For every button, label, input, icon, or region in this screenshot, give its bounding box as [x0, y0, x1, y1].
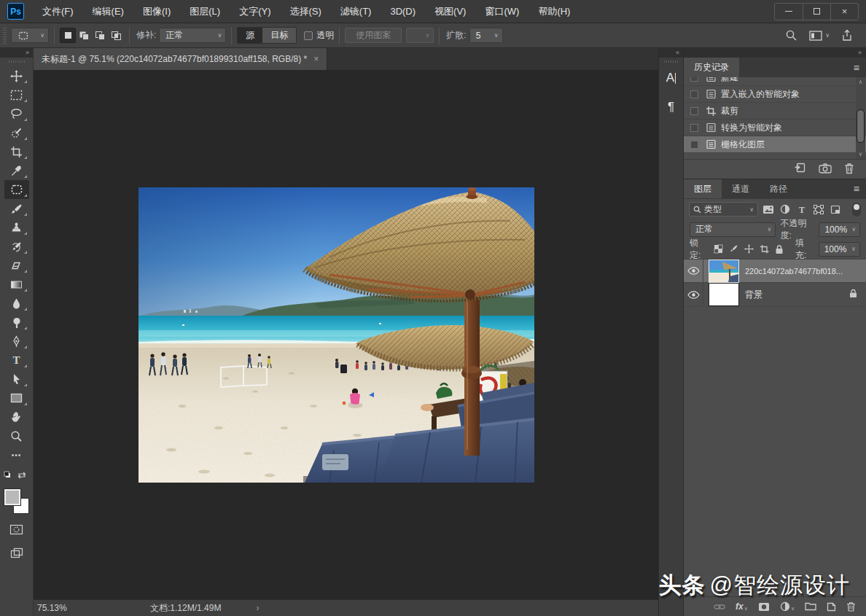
layer-name[interactable]: 背景 [745, 289, 762, 301]
tab-paths[interactable]: 路径 [760, 179, 797, 198]
new-layer-button[interactable] [827, 602, 836, 612]
eraser-tool[interactable] [4, 256, 29, 275]
new-group-folder-button[interactable] [805, 602, 816, 611]
layer-name[interactable]: 220c14072ab74677bf018... [745, 267, 843, 276]
status-expand-icon[interactable]: › [256, 603, 259, 613]
new-snapshot-camera-button[interactable] [819, 163, 832, 176]
filter-pixel-layers-button[interactable] [762, 203, 775, 216]
history-item[interactable]: 裁剪 [684, 103, 866, 120]
hand-tool[interactable] [4, 408, 29, 426]
filter-shape-layers-button[interactable] [812, 203, 825, 216]
tab-layers[interactable]: 图层 [684, 179, 722, 198]
menu-help[interactable]: 帮助(H) [528, 0, 580, 23]
quick-selection-tool[interactable] [4, 123, 29, 142]
add-layer-mask-button[interactable] [758, 602, 770, 612]
toolbar-collapse[interactable]: » [0, 48, 33, 58]
swap-colors-control[interactable] [4, 470, 30, 480]
patch-source-button[interactable]: 源 [238, 28, 262, 43]
history-source-checkbox[interactable] [690, 124, 698, 132]
layer-visibility-toggle[interactable] [684, 283, 703, 306]
delete-state-trash-button[interactable] [844, 163, 854, 176]
share-icon[interactable] [841, 29, 853, 42]
rectangle-shape-tool[interactable] [4, 389, 29, 408]
brush-tool[interactable] [4, 199, 29, 218]
history-item[interactable]: 新建 [684, 77, 866, 86]
maximize-button[interactable] [803, 4, 830, 20]
layer-thumbnail[interactable] [709, 284, 738, 305]
zoom-level-field[interactable]: 75.13% [37, 603, 103, 613]
tool-preset-picker[interactable]: ∨ [11, 28, 49, 43]
search-icon[interactable] [785, 29, 797, 42]
canvas-pasteboard[interactable] [34, 70, 658, 599]
fill-select[interactable]: 100% ∨ [819, 242, 860, 257]
history-item-selected[interactable]: 栅格化图层 [684, 136, 866, 153]
history-item[interactable]: 置入嵌入的智能对象 [684, 86, 866, 103]
tab-history[interactable]: 历史记录 [684, 58, 739, 77]
paragraph-panel-button[interactable]: ¶ [661, 96, 682, 118]
filter-smart-objects-button[interactable] [829, 203, 842, 216]
canvas-document[interactable] [139, 187, 534, 483]
lock-transparent-pixels-button[interactable] [713, 243, 724, 255]
scroll-down-icon[interactable]: ∨ [859, 151, 863, 157]
link-layers-button[interactable] [714, 604, 725, 610]
menu-image[interactable]: 图像(I) [133, 0, 180, 23]
rectangular-marquee-tool[interactable] [4, 85, 29, 104]
foreground-color-swatch[interactable] [4, 489, 20, 505]
move-tool[interactable] [4, 66, 29, 85]
dodge-tool[interactable] [4, 313, 29, 332]
menu-file[interactable]: 文件(F) [33, 0, 83, 23]
intersect-selection-button[interactable] [108, 28, 124, 43]
layers-panel-menu-icon[interactable]: ≡ [847, 179, 866, 198]
subtract-from-selection-button[interactable] [92, 28, 108, 43]
new-adjustment-layer-button[interactable]: ∨ [780, 601, 795, 612]
expand-dock-arrows[interactable]: « [659, 48, 683, 58]
close-button[interactable]: × [830, 4, 858, 20]
gradient-tool[interactable] [4, 275, 29, 294]
layer-row-background[interactable]: 背景 [684, 283, 866, 307]
layer-row-image[interactable]: 220c14072ab74677bf018... [684, 259, 866, 283]
filter-type-layers-button[interactable]: T [795, 203, 808, 216]
history-scrollbar[interactable]: ∧ ∨ [856, 77, 865, 159]
new-selection-mode-button[interactable] [60, 28, 76, 43]
use-pattern-button[interactable]: 使用图案 [345, 28, 402, 43]
blend-mode-select[interactable]: 正常 ∨ [690, 222, 776, 237]
tab-channels[interactable]: 通道 [722, 179, 760, 198]
pen-tool[interactable] [4, 332, 29, 351]
clone-stamp-tool[interactable] [4, 218, 29, 237]
close-tab-icon[interactable]: × [313, 54, 319, 64]
layer-visibility-toggle[interactable] [684, 260, 703, 282]
crop-tool[interactable] [4, 142, 29, 161]
patch-mode-select[interactable]: 正常 ∨ [159, 28, 226, 43]
history-source-checkbox[interactable] [690, 77, 698, 82]
menu-filter[interactable]: 滤镜(T) [331, 0, 381, 23]
patch-target-button[interactable]: 目标 [262, 28, 296, 43]
filter-adjustment-layers-button[interactable] [779, 203, 792, 216]
history-brush-tool[interactable] [4, 237, 29, 256]
menu-view[interactable]: 视图(V) [425, 0, 475, 23]
scroll-up-icon[interactable]: ∧ [859, 79, 863, 85]
zoom-tool[interactable] [4, 426, 29, 445]
lock-artboard-button[interactable] [759, 243, 770, 255]
menu-edit[interactable]: 编辑(E) [83, 0, 133, 23]
diffusion-select[interactable]: 5 ∨ [469, 28, 503, 43]
character-panel-button[interactable]: A [661, 67, 682, 89]
layer-thumbnail[interactable] [709, 260, 738, 282]
screen-mode-button[interactable] [4, 543, 29, 562]
eyedropper-tool[interactable] [4, 161, 29, 180]
menu-layer[interactable]: 图层(L) [180, 0, 230, 23]
minimize-button[interactable] [775, 4, 803, 20]
path-selection-tool[interactable] [4, 370, 29, 389]
collapse-dock-arrows[interactable]: » [684, 48, 866, 58]
layer-filter-kind-select[interactable]: 类型 ∨ [689, 202, 758, 217]
scrollbar-thumb[interactable] [857, 110, 864, 142]
history-item[interactable]: 转换为智能对象 [684, 120, 866, 136]
menu-3d[interactable]: 3D(D) [381, 0, 425, 23]
menu-window[interactable]: 窗口(W) [475, 0, 528, 23]
document-tab[interactable]: 未标题-1 @ 75.1% (220c14072ab74677bf0189931… [34, 48, 327, 70]
type-tool[interactable]: T [4, 351, 29, 370]
history-source-checkbox[interactable] [690, 141, 698, 149]
history-source-checkbox[interactable] [690, 107, 698, 115]
transparent-checkbox[interactable] [304, 31, 313, 40]
blur-tool[interactable] [4, 294, 29, 313]
new-document-from-state-button[interactable] [794, 163, 806, 176]
